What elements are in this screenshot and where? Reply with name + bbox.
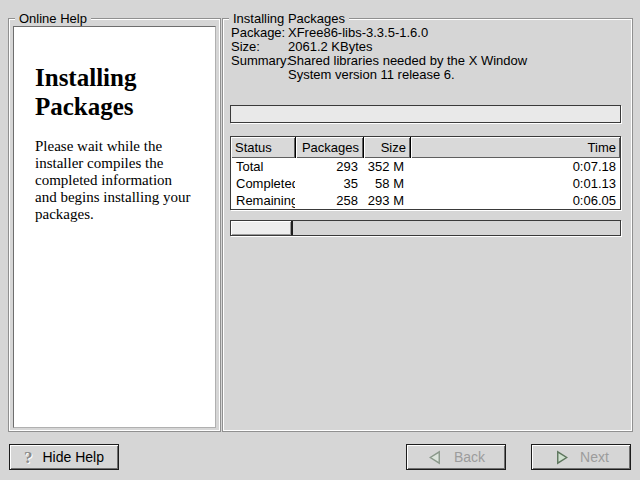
back-label: Back	[454, 449, 485, 465]
column-header-time[interactable]: Time	[411, 137, 620, 158]
column-header-size[interactable]: Size	[364, 137, 410, 158]
column-header-status[interactable]: Status	[231, 137, 295, 158]
package-value: XFree86-libs-3.3.5-1.6.0	[288, 26, 527, 40]
summary-label: Summary:	[231, 54, 288, 82]
help-content-panel: Installing Packages Please wait while th…	[13, 26, 216, 428]
next-button[interactable]: Next	[531, 444, 631, 470]
back-arrow-icon	[427, 450, 444, 465]
hide-help-label: Hide Help	[43, 449, 104, 465]
summary-value: Shared libraries needed by the X Window …	[288, 54, 527, 82]
install-stats-table: Status Packages Size Time Total 293 352 …	[230, 136, 621, 210]
cell-status: Completed	[231, 175, 295, 192]
table-row-remaining: Remaining 258 293 M 0:06.05	[231, 192, 620, 209]
help-title: Installing Packages	[35, 63, 203, 121]
next-arrow-icon	[553, 450, 570, 465]
table-row-completed: Completed 35 58 M 0:01.13	[231, 175, 620, 192]
package-progress-bar	[230, 105, 621, 123]
table-row-total: Total 293 352 M 0:07.18	[231, 158, 620, 175]
total-progress-fill	[231, 221, 293, 235]
hide-help-button[interactable]: ? Hide Help	[9, 444, 119, 470]
total-progress-bar	[230, 220, 621, 236]
size-value: 2061.2 KBytes	[288, 40, 527, 54]
cell-size: 293 M	[362, 192, 408, 209]
package-label: Package:	[231, 26, 288, 40]
installing-packages-frame-label: Installing Packages	[229, 11, 349, 26]
back-button[interactable]: Back	[406, 444, 506, 470]
cell-size: 58 M	[362, 175, 408, 192]
size-label: Size:	[231, 40, 288, 54]
next-label: Next	[580, 449, 609, 465]
column-header-packages[interactable]: Packages	[296, 137, 363, 158]
cell-status: Total	[231, 158, 295, 175]
cell-packages: 35	[295, 175, 362, 192]
stats-table-header: Status Packages Size Time	[231, 137, 620, 158]
online-help-frame: Online Help Installing Packages Please w…	[8, 18, 221, 432]
help-body-text: Please wait while the installer compiles…	[35, 138, 205, 223]
cell-size: 352 M	[362, 158, 408, 175]
online-help-frame-label: Online Help	[15, 11, 91, 26]
installer-screen: Online Help Installing Packages Please w…	[0, 0, 640, 480]
cell-time: 0:01.13	[408, 175, 620, 192]
cell-time: 0:06.05	[408, 192, 620, 209]
cell-packages: 293	[295, 158, 362, 175]
question-mark-icon: ?	[24, 449, 33, 466]
cell-packages: 258	[295, 192, 362, 209]
cell-time: 0:07.18	[408, 158, 620, 175]
package-info: Package: XFree86-libs-3.3.5-1.6.0 Size: …	[231, 26, 527, 82]
stats-table-body: Total 293 352 M 0:07.18 Completed 35 58 …	[231, 158, 620, 209]
cell-status: Remaining	[231, 192, 295, 209]
installing-packages-frame: Installing Packages Package: XFree86-lib…	[222, 18, 633, 432]
